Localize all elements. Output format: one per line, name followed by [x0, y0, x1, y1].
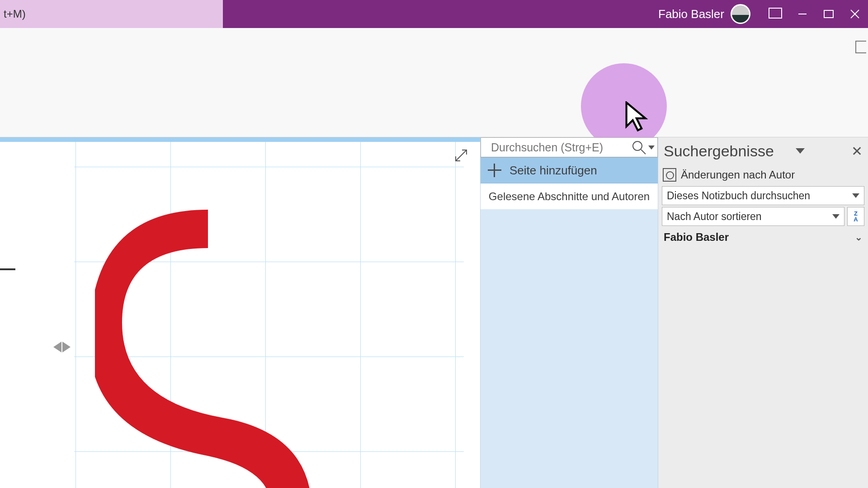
- chevron-down-icon: ⌄: [855, 232, 863, 243]
- sort-a-label: A: [854, 216, 858, 222]
- title-bar: t+M) Fabio Basler: [0, 0, 868, 28]
- ribbon-display-options-button[interactable]: [763, 0, 789, 28]
- chevron-down-icon: [832, 214, 840, 219]
- search-box[interactable]: Durchsuchen (Strg+E): [481, 137, 658, 157]
- page-title: Gelesene Abschnitte und Autoren: [489, 190, 650, 203]
- changes-by-author-label: Änderungen nach Autor: [681, 169, 795, 181]
- section-scroll-arrows[interactable]: [53, 342, 71, 352]
- ribbon-display-icon: [770, 9, 782, 19]
- workspace: Durchsuchen (Strg+E) Seite hinzufügen Ge…: [0, 137, 868, 488]
- section-tab-strip[interactable]: [0, 137, 480, 142]
- results-title: Suchergebnisse: [664, 142, 774, 160]
- scroll-right-icon[interactable]: [62, 342, 71, 352]
- svg-line-4: [641, 150, 646, 154]
- cursor-pointer-icon: [623, 101, 650, 133]
- results-title-dropdown-icon[interactable]: [796, 148, 805, 154]
- close-window-button[interactable]: [842, 0, 868, 28]
- search-scope-select[interactable]: Dieses Notizbuch durchsuchen: [662, 186, 864, 205]
- search-scope-value: Dieses Notizbuch durchsuchen: [667, 190, 810, 202]
- search-icon[interactable]: [631, 140, 646, 155]
- results-header: Suchergebnisse ✕: [658, 137, 868, 164]
- close-icon: [849, 8, 861, 20]
- search-placeholder: Durchsuchen (Strg+E): [491, 141, 603, 154]
- expand-page-button[interactable]: [453, 147, 469, 164]
- close-panel-button[interactable]: ✕: [849, 143, 864, 159]
- sort-row: Nach Autor sortieren Z A: [662, 207, 864, 226]
- minimize-button[interactable]: [789, 0, 816, 28]
- page-list-item[interactable]: Gelesene Abschnitte und Autoren: [481, 183, 658, 210]
- plus-icon: [487, 163, 502, 178]
- minimize-icon: [797, 9, 808, 19]
- note-canvas[interactable]: [0, 137, 480, 488]
- search-results-panel: Suchergebnisse ✕ Änderungen nach Autor D…: [658, 137, 868, 488]
- scroll-left-icon[interactable]: [53, 342, 61, 352]
- canvas-left-gutter: [0, 142, 75, 488]
- svg-point-3: [633, 141, 642, 150]
- sort-value: Nach Autor sortieren: [667, 211, 762, 223]
- changes-by-author-icon: [663, 168, 676, 182]
- titlebar-tab-fragment[interactable]: t+M): [0, 0, 223, 28]
- fullpage-view-icon[interactable]: [855, 41, 866, 53]
- sort-direction-button[interactable]: Z A: [847, 207, 864, 226]
- page-list-panel: Durchsuchen (Strg+E) Seite hinzufügen Ge…: [480, 137, 658, 488]
- add-page-label: Seite hinzufügen: [509, 164, 597, 178]
- ribbon-area: [0, 28, 868, 137]
- sort-select[interactable]: Nach Autor sortieren: [662, 207, 844, 226]
- page-list-empty-area: [481, 210, 658, 488]
- add-page-button[interactable]: Seite hinzufügen: [481, 157, 658, 183]
- author-name: Fabio Basler: [664, 231, 729, 244]
- author-group[interactable]: Fabio Basler ⌄: [658, 227, 868, 248]
- chevron-down-icon: [852, 193, 859, 198]
- ink-s-shape: [95, 205, 348, 488]
- search-scope-dropdown-icon[interactable]: [648, 145, 655, 150]
- gutter-mark: [0, 268, 15, 270]
- maximize-icon: [824, 10, 834, 18]
- account-name[interactable]: Fabio Basler: [658, 7, 724, 21]
- tab-fragment-text: t+M): [4, 8, 26, 20]
- changes-by-author-row[interactable]: Änderungen nach Autor: [658, 164, 868, 185]
- account-avatar[interactable]: [731, 4, 750, 24]
- maximize-button[interactable]: [816, 0, 842, 28]
